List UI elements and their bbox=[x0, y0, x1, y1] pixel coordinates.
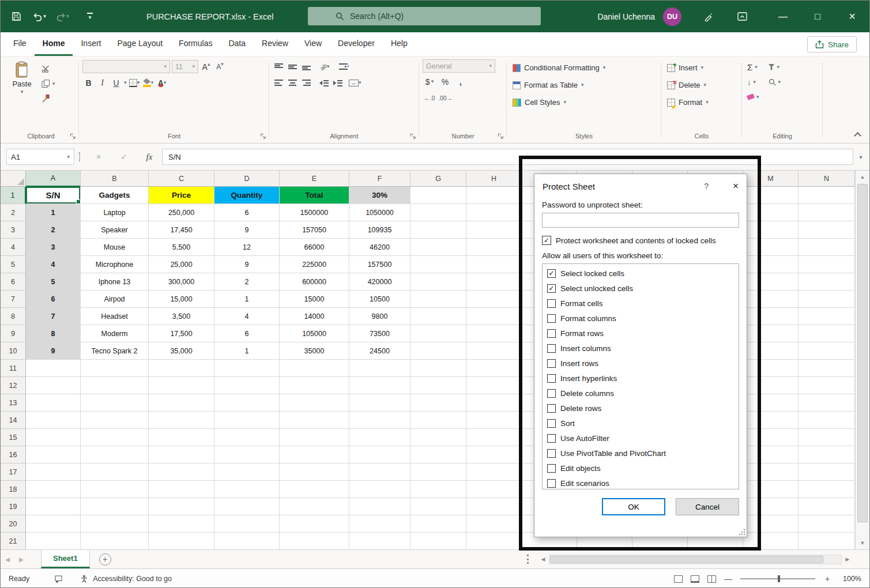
cell-M5[interactable] bbox=[743, 256, 799, 273]
cell-D8[interactable]: 4 bbox=[214, 308, 280, 325]
cell-G9[interactable] bbox=[410, 325, 466, 342]
dialog-option-edit-objects[interactable]: Edit objects bbox=[543, 461, 739, 476]
row-header-21[interactable]: 21 bbox=[1, 533, 26, 549]
menu-tab-insert[interactable]: Insert bbox=[73, 32, 109, 56]
row-header-19[interactable]: 19 bbox=[1, 498, 26, 515]
cell-N11[interactable] bbox=[799, 360, 855, 377]
horizontal-scrollbar-thumb[interactable] bbox=[550, 556, 823, 563]
cell-D20[interactable] bbox=[214, 515, 280, 533]
cell-G12[interactable] bbox=[410, 377, 466, 394]
cell-M17[interactable] bbox=[743, 463, 799, 481]
cell-A5[interactable]: 4 bbox=[26, 256, 81, 273]
decrease-indent-button[interactable] bbox=[318, 77, 330, 89]
cell-B13[interactable] bbox=[81, 394, 149, 412]
cell-F7[interactable]: 10500 bbox=[349, 291, 410, 308]
cell-C14[interactable] bbox=[149, 412, 214, 429]
cell-A15[interactable] bbox=[26, 429, 81, 446]
cell-E1[interactable]: Total bbox=[280, 187, 349, 204]
next-sheet-button[interactable]: ▶ bbox=[14, 550, 28, 568]
cell-H5[interactable] bbox=[466, 256, 522, 273]
cell-D17[interactable] bbox=[214, 463, 280, 481]
save-button[interactable] bbox=[7, 7, 25, 27]
cell-G5[interactable] bbox=[410, 256, 466, 273]
expand-formula-bar-button[interactable]: ▾ bbox=[853, 149, 868, 165]
font-dialog-launcher[interactable] bbox=[260, 133, 266, 139]
cell-N6[interactable] bbox=[799, 273, 855, 291]
cell-M4[interactable] bbox=[743, 239, 799, 256]
cell-C2[interactable]: 250,000 bbox=[149, 204, 214, 221]
accessibility-icon[interactable] bbox=[80, 575, 88, 583]
vertical-scrollbar-thumb[interactable] bbox=[857, 184, 868, 522]
align-bottom-button[interactable] bbox=[300, 61, 312, 73]
cell-B21[interactable] bbox=[81, 533, 149, 549]
cell-M18[interactable] bbox=[743, 481, 799, 498]
cell-C13[interactable] bbox=[149, 394, 214, 412]
cell-F14[interactable] bbox=[349, 412, 410, 429]
cell-G4[interactable] bbox=[410, 239, 466, 256]
cell-H2[interactable] bbox=[466, 204, 522, 221]
cell-F3[interactable]: 109935 bbox=[349, 221, 410, 239]
cell-E4[interactable]: 66000 bbox=[280, 239, 349, 256]
cell-H14[interactable] bbox=[466, 412, 522, 429]
wrap-text-button[interactable]: ↩ bbox=[337, 61, 349, 73]
row-header-9[interactable]: 9 bbox=[1, 325, 26, 342]
cell-H17[interactable] bbox=[466, 463, 522, 481]
row-header-7[interactable]: 7 bbox=[1, 291, 26, 308]
column-header-C[interactable]: C bbox=[149, 171, 214, 187]
dialog-option-insert-rows[interactable]: Insert rows bbox=[543, 356, 739, 371]
cell-M9[interactable] bbox=[743, 325, 799, 342]
cell-D5[interactable]: 9 bbox=[214, 256, 280, 273]
row-header-4[interactable]: 4 bbox=[1, 239, 26, 256]
cell-M21[interactable] bbox=[743, 533, 799, 549]
accessibility-status[interactable]: Accessibility: Good to go bbox=[93, 575, 172, 583]
cancel-button[interactable]: Cancel bbox=[676, 498, 739, 515]
sheet-tab-sheet1[interactable]: Sheet1 bbox=[41, 550, 90, 568]
password-input[interactable] bbox=[542, 213, 739, 228]
cell-M6[interactable] bbox=[743, 273, 799, 291]
format-cells-button[interactable]: Format▾ bbox=[665, 95, 711, 110]
align-top-button[interactable] bbox=[273, 61, 285, 73]
cell-H21[interactable] bbox=[466, 533, 522, 549]
cell-A6[interactable]: 5 bbox=[26, 273, 81, 291]
format-painter-button[interactable] bbox=[40, 92, 57, 105]
cell-N21[interactable] bbox=[799, 533, 855, 549]
decrease-font-size-button[interactable]: A▾ bbox=[214, 61, 226, 73]
cell-D13[interactable] bbox=[214, 394, 280, 412]
new-sheet-button[interactable]: + bbox=[99, 553, 111, 566]
cell-B3[interactable]: Speaker bbox=[81, 221, 149, 239]
zoom-out-button[interactable]: — bbox=[724, 574, 732, 583]
column-header-H[interactable]: H bbox=[466, 171, 522, 187]
cell-F12[interactable] bbox=[349, 377, 410, 394]
cell-C9[interactable]: 17,500 bbox=[149, 325, 214, 342]
cell-D21[interactable] bbox=[214, 533, 280, 549]
cell-E12[interactable] bbox=[280, 377, 349, 394]
cancel-formula-button[interactable]: × bbox=[86, 149, 111, 165]
cell-F16[interactable] bbox=[349, 446, 410, 463]
cell-H18[interactable] bbox=[466, 481, 522, 498]
cell-N18[interactable] bbox=[799, 481, 855, 498]
fill-color-button[interactable]: ▾ bbox=[142, 77, 155, 89]
cell-C11[interactable] bbox=[149, 360, 214, 377]
menu-tab-view[interactable]: View bbox=[296, 32, 330, 56]
row-header-10[interactable]: 10 bbox=[1, 342, 26, 360]
cell-G3[interactable] bbox=[410, 221, 466, 239]
cell-C16[interactable] bbox=[149, 446, 214, 463]
cell-A20[interactable] bbox=[26, 515, 81, 533]
zoom-slider-thumb[interactable] bbox=[778, 575, 780, 582]
cell-H4[interactable] bbox=[466, 239, 522, 256]
cell-B1[interactable]: Gadgets bbox=[81, 187, 149, 204]
cell-F21[interactable] bbox=[349, 533, 410, 549]
cell-C20[interactable] bbox=[149, 515, 214, 533]
cell-C17[interactable] bbox=[149, 463, 214, 481]
avatar[interactable]: DU bbox=[663, 7, 681, 26]
cell-A3[interactable]: 2 bbox=[26, 221, 81, 239]
cell-N20[interactable] bbox=[799, 515, 855, 533]
cell-M13[interactable] bbox=[743, 394, 799, 412]
row-header-8[interactable]: 8 bbox=[1, 308, 26, 325]
cell-F9[interactable]: 73500 bbox=[349, 325, 410, 342]
align-left-button[interactable] bbox=[273, 77, 285, 89]
row-header-2[interactable]: 2 bbox=[1, 204, 26, 221]
tab-splitter-handle[interactable] bbox=[527, 555, 530, 564]
cell-N14[interactable] bbox=[799, 412, 855, 429]
row-header-14[interactable]: 14 bbox=[1, 412, 26, 429]
